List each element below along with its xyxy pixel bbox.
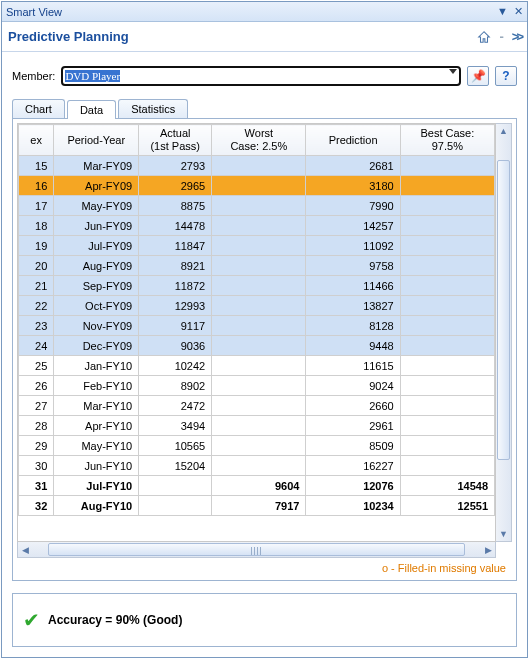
- cell-best[interactable]: [400, 276, 494, 296]
- table-row[interactable]: 15Mar-FY0927932681: [19, 156, 495, 176]
- table-row[interactable]: 18Jun-FY091447814257: [19, 216, 495, 236]
- cell-pred[interactable]: 16227: [306, 456, 400, 476]
- cell-period[interactable]: Jan-FY10: [54, 356, 139, 376]
- tab-chart[interactable]: Chart: [12, 99, 65, 118]
- col-prediction[interactable]: Prediction: [306, 125, 400, 156]
- cell-actual[interactable]: 9036: [139, 336, 212, 356]
- cell-actual[interactable]: 11847: [139, 236, 212, 256]
- close-icon[interactable]: ✕: [514, 5, 523, 18]
- cell-actual[interactable]: 2793: [139, 156, 212, 176]
- cell-worst[interactable]: 9604: [212, 476, 306, 496]
- cell-period[interactable]: Sep-FY09: [54, 276, 139, 296]
- pin-button[interactable]: 📌: [467, 66, 489, 86]
- cell-period[interactable]: Nov-FY09: [54, 316, 139, 336]
- cell-period[interactable]: Apr-FY10: [54, 416, 139, 436]
- table-row[interactable]: 17May-FY0988757990: [19, 196, 495, 216]
- hscroll-thumb[interactable]: [48, 543, 465, 556]
- cell-actual[interactable]: 2472: [139, 396, 212, 416]
- cell-pred[interactable]: 7990: [306, 196, 400, 216]
- cell-ex[interactable]: 21: [19, 276, 54, 296]
- col-ex[interactable]: ex: [19, 125, 54, 156]
- cell-pred[interactable]: 2660: [306, 396, 400, 416]
- col-best[interactable]: Best Case: 97.5%: [400, 125, 494, 156]
- cell-worst[interactable]: [212, 256, 306, 276]
- cell-ex[interactable]: 27: [19, 396, 54, 416]
- scroll-right-icon[interactable]: ▶: [481, 542, 495, 557]
- cell-actual[interactable]: 10565: [139, 436, 212, 456]
- cell-actual[interactable]: 8875: [139, 196, 212, 216]
- cell-worst[interactable]: [212, 456, 306, 476]
- cell-period[interactable]: Feb-FY10: [54, 376, 139, 396]
- cell-pred[interactable]: 8509: [306, 436, 400, 456]
- cell-ex[interactable]: 17: [19, 196, 54, 216]
- cell-ex[interactable]: 31: [19, 476, 54, 496]
- cell-best[interactable]: [400, 156, 494, 176]
- cell-worst[interactable]: [212, 376, 306, 396]
- cell-ex[interactable]: 16: [19, 176, 54, 196]
- table-row[interactable]: 19Jul-FY091184711092: [19, 236, 495, 256]
- cell-period[interactable]: Dec-FY09: [54, 336, 139, 356]
- cell-actual[interactable]: 9117: [139, 316, 212, 336]
- cell-ex[interactable]: 24: [19, 336, 54, 356]
- cell-worst[interactable]: [212, 436, 306, 456]
- table-row[interactable]: 32Aug-FY1079171023412551: [19, 496, 495, 516]
- scroll-left-icon[interactable]: ◀: [18, 542, 32, 557]
- cell-actual[interactable]: 15204: [139, 456, 212, 476]
- cell-pred[interactable]: 9024: [306, 376, 400, 396]
- col-period[interactable]: Period-Year: [54, 125, 139, 156]
- table-row[interactable]: 29May-FY10105658509: [19, 436, 495, 456]
- cell-best[interactable]: [400, 296, 494, 316]
- cell-period[interactable]: Aug-FY09: [54, 256, 139, 276]
- cell-actual[interactable]: 3494: [139, 416, 212, 436]
- cell-pred[interactable]: 2681: [306, 156, 400, 176]
- table-row[interactable]: 22Oct-FY091299313827: [19, 296, 495, 316]
- vertical-scrollbar[interactable]: ▲ ▼: [496, 123, 512, 542]
- cell-ex[interactable]: 32: [19, 496, 54, 516]
- cell-actual[interactable]: 14478: [139, 216, 212, 236]
- cell-best[interactable]: [400, 256, 494, 276]
- horizontal-scrollbar[interactable]: ◀ ▶: [17, 542, 496, 558]
- table-row[interactable]: 23Nov-FY0991178128: [19, 316, 495, 336]
- cell-ex[interactable]: 15: [19, 156, 54, 176]
- cell-period[interactable]: May-FY09: [54, 196, 139, 216]
- cell-best[interactable]: [400, 356, 494, 376]
- cell-worst[interactable]: [212, 336, 306, 356]
- cell-best[interactable]: [400, 456, 494, 476]
- scroll-thumb[interactable]: [497, 160, 510, 460]
- cell-best[interactable]: [400, 316, 494, 336]
- cell-period[interactable]: Jul-FY09: [54, 236, 139, 256]
- cell-ex[interactable]: 23: [19, 316, 54, 336]
- cell-best[interactable]: [400, 436, 494, 456]
- cell-worst[interactable]: [212, 156, 306, 176]
- cell-best[interactable]: [400, 336, 494, 356]
- cell-actual[interactable]: 11872: [139, 276, 212, 296]
- table-row[interactable]: 31Jul-FY1096041207614548: [19, 476, 495, 496]
- cell-ex[interactable]: 26: [19, 376, 54, 396]
- cell-pred[interactable]: 11466: [306, 276, 400, 296]
- table-row[interactable]: 24Dec-FY0990369448: [19, 336, 495, 356]
- col-actual[interactable]: Actual (1st Pass): [139, 125, 212, 156]
- cell-period[interactable]: Jun-FY10: [54, 456, 139, 476]
- cell-pred[interactable]: 2961: [306, 416, 400, 436]
- table-row[interactable]: 16Apr-FY0929653180: [19, 176, 495, 196]
- table-row[interactable]: 30Jun-FY101520416227: [19, 456, 495, 476]
- cell-period[interactable]: Mar-FY09: [54, 156, 139, 176]
- cell-actual[interactable]: 8902: [139, 376, 212, 396]
- cell-period[interactable]: May-FY10: [54, 436, 139, 456]
- member-input[interactable]: [61, 66, 461, 86]
- tab-data[interactable]: Data: [67, 100, 116, 119]
- cell-best[interactable]: [400, 176, 494, 196]
- cell-ex[interactable]: 29: [19, 436, 54, 456]
- cell-ex[interactable]: 19: [19, 236, 54, 256]
- cell-worst[interactable]: [212, 276, 306, 296]
- table-row[interactable]: 25Jan-FY101024211615: [19, 356, 495, 376]
- cell-pred[interactable]: 14257: [306, 216, 400, 236]
- cell-best[interactable]: [400, 376, 494, 396]
- cell-period[interactable]: Jul-FY10: [54, 476, 139, 496]
- cell-best[interactable]: 12551: [400, 496, 494, 516]
- cell-best[interactable]: [400, 416, 494, 436]
- cell-pred[interactable]: 11092: [306, 236, 400, 256]
- cell-worst[interactable]: [212, 416, 306, 436]
- cell-best[interactable]: [400, 196, 494, 216]
- cell-worst[interactable]: 7917: [212, 496, 306, 516]
